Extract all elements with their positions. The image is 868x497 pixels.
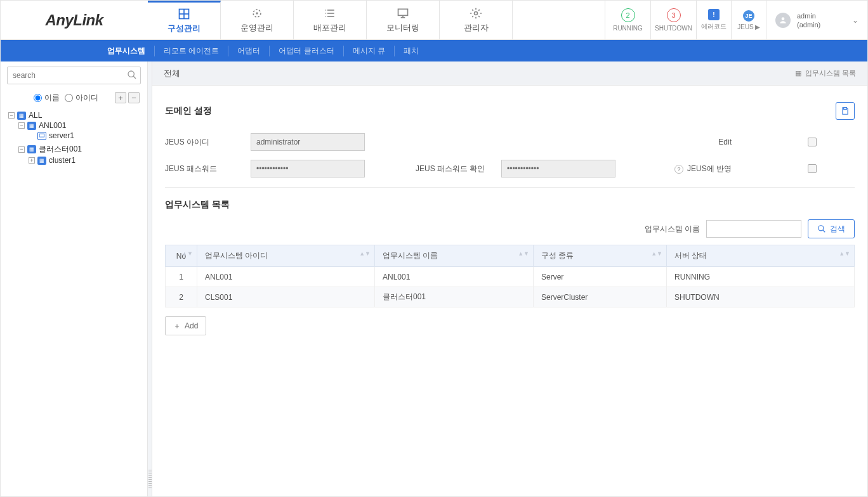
filter-input[interactable] [706, 220, 801, 238]
tree-node-server1[interactable]: server1 [29, 131, 141, 140]
sidebar-search [7, 67, 141, 84]
apply-label: ?JEUS에 반영 [674, 164, 732, 174]
sort-icon[interactable]: ▲▼ [181, 252, 193, 255]
tree-node-anl001[interactable]: − ▦ ANL001 [18, 121, 141, 130]
jeus-pw-label: JEUS 패스워드 [165, 164, 251, 174]
table-header-row: No▲▼ 업무시스템 아이디▲▼ 업무시스템 이름▲▼ 구성 종류▲▼ 서버 상… [166, 245, 855, 267]
subnav-item-patch[interactable]: 패치 [394, 46, 428, 56]
sort-icon[interactable]: ▲▼ [839, 252, 850, 255]
tab-label: 배포관리 [313, 22, 346, 34]
domain-section-header: 도메인 설정 [165, 102, 855, 120]
table-row[interactable]: 1 ANL001 ANL001 Server RUNNING [166, 267, 855, 287]
jeus-button[interactable]: JE JEUS▶ [731, 1, 766, 39]
list-heading: 업무시스템 목록 [165, 199, 230, 210]
grid-icon: ▦ [17, 112, 26, 120]
search-input[interactable] [7, 67, 141, 84]
tab-config[interactable]: 구성관리 [148, 1, 221, 39]
radio-name[interactable]: 이름 [34, 93, 60, 103]
expand-icon[interactable]: + [29, 157, 35, 164]
radio-id-input[interactable] [65, 94, 73, 102]
running-stat[interactable]: 2 RUNNING [605, 1, 650, 39]
edit-label: Edit [718, 138, 732, 146]
cell-id: ANL001 [197, 267, 375, 287]
save-icon [841, 106, 850, 115]
svg-rect-11 [398, 9, 408, 15]
col-id[interactable]: 업무시스템 아이디▲▼ [197, 245, 375, 267]
tab-deploy[interactable]: 배포관리 [294, 1, 367, 39]
user-menu[interactable]: admin (admin) ⌄ [766, 1, 867, 39]
add-button[interactable]: ＋ Add [165, 316, 206, 335]
tree-node-cluster1[interactable]: + ▦ cluster1 [29, 156, 141, 165]
collapse-icon[interactable]: − [8, 112, 15, 119]
subnav-item-adaptercluster[interactable]: 어댑터 클러스터 [269, 46, 343, 56]
list-icon [324, 7, 336, 20]
tree-node-cluster001[interactable]: − ▦ 클러스터001 [18, 144, 141, 155]
sort-icon[interactable]: ▲▼ [518, 252, 529, 255]
cell-type: ServerCluster [534, 287, 667, 307]
col-type[interactable]: 구성 종류▲▼ [534, 245, 667, 267]
avatar-icon [775, 13, 791, 28]
gear-icon [470, 7, 482, 20]
breadcrumb[interactable]: ▦ 업무시스템 목록 [795, 68, 856, 78]
tab-admin[interactable]: 관리자 [440, 1, 513, 39]
chevron-down-icon: ⌄ [852, 16, 858, 25]
tree-collapse-all[interactable]: − [128, 92, 140, 103]
splitter[interactable] [148, 61, 152, 496]
cell-no: 2 [166, 287, 197, 307]
header-right: 2 RUNNING 3 SHUTDOWN ! 에러코드 JE JEUS▶ adm… [605, 1, 867, 39]
subnav-item-biz[interactable]: 업무시스템 [98, 46, 154, 56]
collapse-icon[interactable]: − [18, 146, 25, 153]
svg-point-8 [326, 10, 327, 11]
page-title-bar: 전체 ▦ 업무시스템 목록 [152, 61, 867, 86]
collapse-icon[interactable]: − [18, 122, 25, 129]
cell-status: SHUTDOWN [667, 287, 855, 307]
col-status[interactable]: 서버 상태▲▼ [667, 245, 855, 267]
edit-checkbox[interactable] [808, 138, 817, 146]
body-row: 이름 아이디 + − − ▦ ALL − [1, 61, 867, 496]
tab-monitor[interactable]: 모니터링 [367, 1, 440, 39]
cell-name: 클러스터001 [375, 287, 534, 307]
biz-table: No▲▼ 업무시스템 아이디▲▼ 업무시스템 이름▲▼ 구성 종류▲▼ 서버 상… [165, 245, 855, 307]
subnav-item-adapter[interactable]: 어댑터 [228, 46, 269, 56]
tree: − ▦ ALL − ▦ ANL001 [7, 110, 141, 169]
sort-icon[interactable]: ▲▼ [359, 252, 371, 255]
radio-name-input[interactable] [34, 94, 42, 102]
col-no[interactable]: No▲▼ [166, 245, 197, 267]
add-button-label: Add [185, 321, 198, 330]
tab-ops[interactable]: 운영관리 [221, 1, 294, 39]
radio-id[interactable]: 아이디 [65, 93, 98, 103]
brand-logo: AnyLink [1, 1, 148, 39]
list-controls: 업무시스템 이름 검색 [165, 219, 855, 238]
tab-label: 모니터링 [386, 22, 419, 34]
row-jeus-pw: JEUS 패스워드 JEUS 패스워드 확인 ?JEUS에 반영 [165, 155, 855, 182]
subnav-item-msgqueue[interactable]: 메시지 큐 [343, 46, 394, 56]
subnav-item-remote[interactable]: 리모트 에이전트 [154, 46, 228, 56]
row-jeus-id: JEUS 아이디 Edit [165, 129, 855, 155]
save-button[interactable] [836, 102, 855, 120]
apply-checkbox[interactable] [808, 164, 817, 173]
col-name[interactable]: 업무시스템 이름▲▼ [375, 245, 534, 267]
running-label: RUNNING [613, 25, 643, 32]
jeus-id-input[interactable] [251, 133, 365, 151]
leaf-icon [29, 132, 35, 139]
jeus-pw2-input[interactable] [501, 160, 615, 178]
svg-point-20 [819, 226, 824, 231]
tree-label: ANL001 [39, 121, 66, 130]
monitor-icon [397, 7, 409, 20]
tree-label: ALL [29, 111, 42, 120]
tree-node-all[interactable]: − ▦ ALL [8, 111, 141, 120]
table-row[interactable]: 2 CLS001 클러스터001 ServerCluster SHUTDOWN [166, 287, 855, 307]
jeus-pw-input[interactable] [251, 160, 365, 178]
grid-icon: ▦ [37, 157, 46, 165]
sort-icon[interactable]: ▲▼ [651, 252, 662, 255]
shutdown-stat[interactable]: 3 SHUTDOWN [650, 1, 696, 39]
tree-expand-all[interactable]: + [115, 92, 126, 103]
jeus-label: JEUS▶ [737, 23, 760, 30]
errorcode-button[interactable]: ! 에러코드 [696, 1, 731, 39]
help-icon[interactable]: ? [674, 165, 683, 174]
user-display: admin [797, 11, 820, 20]
search-icon[interactable] [127, 70, 137, 82]
page-title: 전체 [164, 68, 180, 79]
search-button[interactable]: 검색 [808, 219, 855, 238]
svg-point-14 [475, 11, 478, 15]
